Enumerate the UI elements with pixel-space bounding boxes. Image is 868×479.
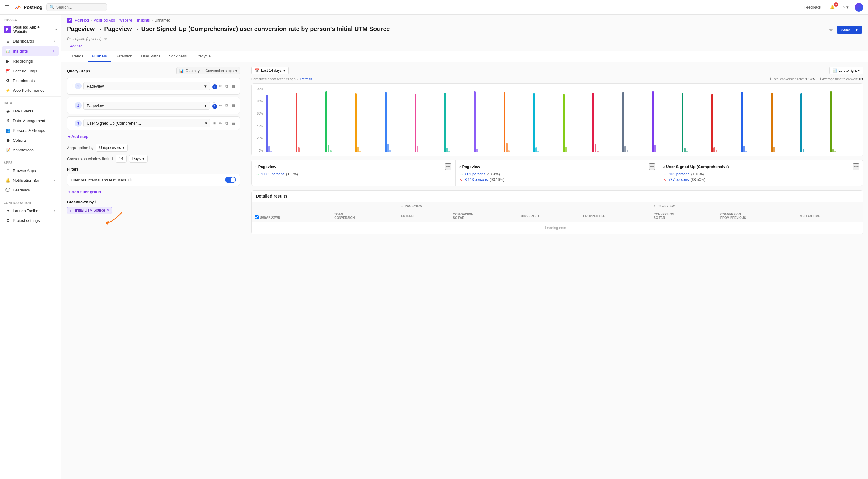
sidebar-item-data-management[interactable]: 🗄 Data Management xyxy=(2,116,59,125)
bar-step-3-breakdown-4 xyxy=(389,150,391,152)
filter-toggle[interactable] xyxy=(225,177,236,183)
step-1-edit-button[interactable]: ✏ xyxy=(218,83,223,89)
step-card-1-converted: → 9,032 persons (100%) xyxy=(255,172,451,177)
step-2-select[interactable]: Pageview ▾ xyxy=(83,101,210,110)
hamburger-button[interactable]: ☰ xyxy=(5,4,10,11)
sidebar-label-notification-bar: Notification Bar xyxy=(13,178,51,183)
conversion-window-value[interactable]: 14 xyxy=(116,155,126,163)
filter-gear-icon[interactable]: ⚙ xyxy=(128,178,132,182)
y-axis-60: 60% xyxy=(255,112,263,115)
tab-stickiness[interactable]: Stickiness xyxy=(165,51,191,62)
breadcrumb-app-website[interactable]: PostHog App + Website xyxy=(94,18,132,23)
sidebar-item-feedback[interactable]: 💬 Feedback xyxy=(2,185,59,194)
step-3-actions: ≡ ✏ ⧉ 🗑 xyxy=(212,120,237,127)
search-input[interactable] xyxy=(56,5,104,9)
step-card-1-more-button[interactable]: ••• xyxy=(445,163,451,170)
feedback-button[interactable]: Feedback xyxy=(801,4,824,11)
sidebar-item-cohorts[interactable]: ⬟ Cohorts xyxy=(2,135,59,145)
step-1-converted-link[interactable]: 9,032 persons xyxy=(261,172,284,176)
total-conversion-stat: ℹ Total conversion rate: 1.13% xyxy=(770,77,815,81)
notifications-button[interactable]: 🔔 0 xyxy=(827,4,837,11)
toggle-knob xyxy=(230,178,236,182)
add-tag-button[interactable]: + Add tag xyxy=(67,44,83,48)
save-button[interactable]: Save ▾ xyxy=(837,26,862,34)
notification-bar-icon: 🔔 xyxy=(5,178,10,183)
breadcrumb-posthog[interactable]: PostHog xyxy=(75,18,89,23)
tab-funnels[interactable]: Funnels xyxy=(88,51,111,62)
tab-lifecycle[interactable]: Lifecycle xyxy=(191,51,215,62)
step-2-converted-arrow-icon: → xyxy=(459,172,464,177)
sidebar-item-live-events[interactable]: ◉ Live Events xyxy=(2,106,59,116)
step-3-copy-button[interactable]: ⧉ xyxy=(224,120,229,127)
two-panel: Query Steps 📊 Graph type Conversion step… xyxy=(61,62,868,238)
add-filter-group-button[interactable]: + Add filter group xyxy=(67,188,102,195)
step-3-filter-button[interactable]: ≡ xyxy=(212,120,217,127)
tab-user-paths[interactable]: User Paths xyxy=(136,51,164,62)
sidebar-project[interactable]: P PostHog App + Website ▾ xyxy=(0,23,61,36)
breakdown-info-icon[interactable]: ℹ xyxy=(95,200,97,204)
search-bar[interactable]: 🔍 xyxy=(46,3,107,11)
refresh-button[interactable]: Refresh xyxy=(301,77,312,81)
sidebar-label-recordings: Recordings xyxy=(13,59,55,64)
sidebar-label-persons-groups: Persons & Groups xyxy=(13,128,55,133)
bar-group-5 xyxy=(414,94,444,152)
step-row-3: ⠿ 3 User Signed Up (Comprehen... ▾ ≡ ✏ ⧉… xyxy=(67,117,240,130)
direction-button[interactable]: 📊 Left to right ▾ xyxy=(829,67,863,74)
bar-group-3 xyxy=(355,93,384,152)
sidebar-item-recordings[interactable]: ▶ Recordings xyxy=(2,57,59,66)
graph-type-select[interactable]: 📊 Graph type Conversion steps ▾ xyxy=(177,67,240,74)
sidebar-item-launch-toolbar[interactable]: ✦ Launch Toolbar ▾ xyxy=(2,206,59,215)
filters-section: Filters Filter out internal and test use… xyxy=(67,167,240,195)
step-1-chevron-icon: ▾ xyxy=(205,84,207,89)
analysis-tabs: Trends Funnels Retention User Paths Stic… xyxy=(61,51,868,62)
breakdown-checkbox[interactable] xyxy=(254,216,258,219)
sidebar-item-annotations[interactable]: 📝 Annotations xyxy=(2,145,59,154)
step-1-delete-button[interactable]: 🗑 xyxy=(230,83,237,89)
step-3-edit-button[interactable]: ✏ xyxy=(218,120,223,127)
sidebar-item-web-performance[interactable]: ⚡ Web Performance xyxy=(2,86,59,95)
step-2-dropped-link[interactable]: 8,143 persons xyxy=(465,178,488,182)
insights-add-icon[interactable]: + xyxy=(52,48,55,54)
sidebar-item-project-settings[interactable]: ⚙ Project settings xyxy=(2,216,59,225)
breadcrumb-insights[interactable]: Insights xyxy=(137,18,150,23)
date-range-button[interactable]: 📅 Last 14 days ▾ xyxy=(251,67,289,74)
bar-group-16 xyxy=(741,92,770,152)
conversion-window-info-icon[interactable]: ℹ xyxy=(112,157,113,161)
help-chevron-icon: ▾ xyxy=(846,5,848,9)
filter-label: Filter out internal and test users ⚙ xyxy=(71,178,132,182)
help-button[interactable]: ? ▾ xyxy=(841,4,851,11)
tab-trends[interactable]: Trends xyxy=(67,51,88,62)
bar-step-3-breakdown-0 xyxy=(270,151,272,152)
sidebar-item-browse-apps[interactable]: ⊞ Browse Apps xyxy=(2,166,59,175)
edit-description-button[interactable]: ✏ xyxy=(103,36,108,42)
step-card-3-more-button[interactable]: ••• xyxy=(853,163,859,170)
tab-retention[interactable]: Retention xyxy=(111,51,137,62)
step-1-copy-button[interactable]: ⧉ xyxy=(224,83,229,90)
step-3-delete-button[interactable]: 🗑 xyxy=(230,120,237,127)
sidebar-item-notification-bar[interactable]: 🔔 Notification Bar ▾ xyxy=(2,176,59,185)
sidebar-item-experiments[interactable]: ⚗ Experiments xyxy=(2,76,59,85)
aggregating-label: Aggregating by xyxy=(67,146,93,150)
add-step-button[interactable]: + Add step xyxy=(67,132,89,141)
step-1-select[interactable]: Pageview ▾ xyxy=(83,82,210,90)
sidebar-item-persons-groups[interactable]: 👥 Persons & Groups xyxy=(2,126,59,135)
step-card-2-more-button[interactable]: ••• xyxy=(649,163,655,170)
sidebar-item-insights[interactable]: 📊 Insights + xyxy=(2,46,59,56)
step-3-dropped-link[interactable]: 787 persons xyxy=(669,178,688,182)
step-2-copy-button[interactable]: ⧉ xyxy=(224,102,229,109)
step-3-converted-link[interactable]: 102 persons xyxy=(669,172,689,176)
step-3-select[interactable]: User Signed Up (Comprehen... ▾ xyxy=(83,119,211,127)
step-2-converted-link[interactable]: 889 persons xyxy=(465,172,486,176)
step-2-delete-button[interactable]: 🗑 xyxy=(230,102,237,109)
avatar[interactable]: I xyxy=(855,3,863,11)
conversion-window-unit-select[interactable]: Days ▾ xyxy=(129,155,148,163)
dashboards-icon: ⊞ xyxy=(5,39,10,43)
svg-rect-0 xyxy=(13,3,22,11)
edit-title-button[interactable]: ✏ xyxy=(828,26,835,34)
step-card-1-name: Pageview xyxy=(258,164,276,169)
step-2-edit-button[interactable]: ✏ xyxy=(218,102,223,109)
step-card-1-num: 1 xyxy=(255,165,257,169)
sidebar-item-feature-flags[interactable]: 🚩 Feature Flags xyxy=(2,66,59,75)
sidebar-item-dashboards[interactable]: ⊞ Dashboards ▾ xyxy=(2,36,59,45)
aggregating-select[interactable]: Unique users ▾ xyxy=(96,144,128,152)
